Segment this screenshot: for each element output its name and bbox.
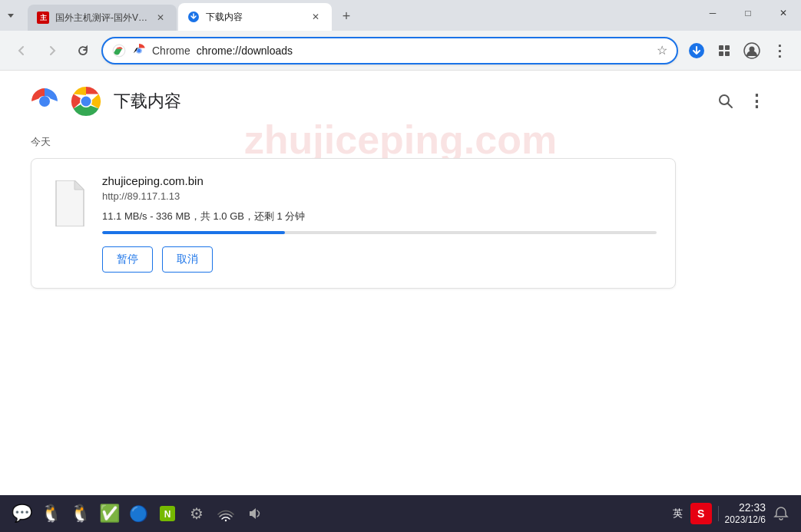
- forward-button[interactable]: [40, 38, 65, 63]
- download-filename: zhujiceping.com.bin: [102, 174, 657, 187]
- chrome-icon: [132, 44, 146, 58]
- download-info: zhujiceping.com.bin http://89.117.1.13 1…: [102, 174, 657, 273]
- taskbar-network-icon[interactable]: [213, 501, 238, 526]
- page-header-icons: ⋮: [712, 88, 770, 115]
- page-title: 下载内容: [114, 90, 181, 113]
- new-tab-button[interactable]: +: [335, 5, 358, 28]
- maximize-button[interactable]: □: [730, 0, 766, 26]
- minimize-button[interactable]: ─: [695, 0, 730, 26]
- page-search-button[interactable]: [712, 88, 740, 115]
- taskbar-wps-icon[interactable]: S: [690, 503, 712, 524]
- address-chrome-label: Chrome: [152, 45, 190, 57]
- download-status: 11.1 MB/s - 336 MB，共 1.0 GB，还剩 1 分钟: [102, 210, 657, 223]
- taskbar: 💬 🐧 🐧 ✅ 🔵 N ⚙ 英 S 22:33 2023/12/6: [0, 495, 801, 532]
- svg-point-19: [81, 97, 91, 107]
- toolbar-icons: ⋮: [684, 38, 792, 63]
- active-tab-label: 下载内容: [206, 11, 303, 24]
- taskbar-qq2-icon[interactable]: 🐧: [68, 501, 92, 526]
- chrome-brand-logo: [71, 86, 101, 117]
- taskbar-qq-icon[interactable]: 🐧: [38, 501, 63, 526]
- tab-active[interactable]: 下载内容 ✕: [178, 3, 332, 31]
- inactive-tab-favicon: 主: [37, 12, 49, 24]
- pause-button[interactable]: 暂停: [102, 246, 153, 273]
- svg-rect-8: [719, 45, 723, 50]
- taskbar-settings-icon[interactable]: ⚙: [184, 501, 209, 526]
- svg-point-23: [225, 520, 227, 521]
- svg-point-6: [137, 48, 141, 52]
- taskbar-divider: [718, 506, 719, 521]
- taskbar-clock[interactable]: 22:33 2023/12/6: [725, 501, 766, 527]
- progress-bar-fill: [102, 231, 285, 234]
- page-header: 下载内容 ⋮: [31, 86, 770, 117]
- page-header-left: 下载内容: [31, 86, 181, 117]
- svg-marker-0: [8, 14, 14, 18]
- titlebar: 主 国外主机测评-国外VPS，国... ✕ 下载内容 ✕ + ─ □ ✕: [0, 0, 801, 31]
- refresh-button[interactable]: [71, 38, 95, 63]
- taskbar-volume-icon[interactable]: [243, 501, 267, 526]
- taskbar-date-display: 2023/12/6: [725, 514, 766, 527]
- taskbar-bluetooth-icon[interactable]: 🔵: [126, 501, 151, 526]
- profile-button[interactable]: [740, 38, 764, 63]
- download-card: zhujiceping.com.bin http://89.117.1.13 1…: [31, 158, 676, 289]
- page-content: zhujiceping.com: [0, 71, 801, 495]
- download-actions: 暂停 取消: [102, 246, 657, 273]
- taskbar-nvidia-icon[interactable]: N: [155, 501, 180, 526]
- cancel-button[interactable]: 取消: [162, 246, 213, 273]
- taskbar-wechat-icon[interactable]: 💬: [9, 501, 34, 526]
- tab-inactive[interactable]: 主 国外主机测评-国外VPS，国... ✕: [28, 5, 177, 31]
- inactive-tab-label: 国外主机测评-国外VPS，国...: [55, 12, 147, 25]
- bookmark-icon[interactable]: ☆: [657, 43, 667, 58]
- download-url: http://89.117.1.13: [102, 190, 657, 202]
- addressbar: Chrome chrome://downloads ☆: [0, 31, 801, 71]
- download-button[interactable]: [684, 38, 709, 63]
- close-button[interactable]: ✕: [766, 0, 801, 26]
- address-url: chrome://downloads: [197, 45, 650, 57]
- inactive-tab-close[interactable]: ✕: [154, 11, 167, 25]
- svg-point-14: [39, 96, 50, 107]
- active-tab-favicon: [187, 11, 200, 23]
- address-bar[interactable]: Chrome chrome://downloads ☆: [101, 37, 678, 64]
- svg-rect-10: [719, 51, 723, 56]
- chrome-menu-button[interactable]: ⋮: [767, 38, 792, 63]
- taskbar-notification-button[interactable]: [770, 503, 792, 524]
- svg-text:N: N: [164, 509, 171, 520]
- active-tab-close[interactable]: ✕: [309, 10, 323, 24]
- svg-rect-9: [725, 45, 730, 50]
- page-menu-button[interactable]: ⋮: [743, 88, 770, 115]
- chrome-logo-large: [31, 88, 58, 115]
- titlebar-dropdown[interactable]: [0, 5, 22, 26]
- extensions-button[interactable]: [712, 38, 736, 63]
- taskbar-check-icon[interactable]: ✅: [97, 501, 121, 526]
- chrome-logo-icon: [112, 44, 126, 58]
- back-button[interactable]: [9, 38, 34, 63]
- svg-rect-11: [725, 51, 730, 56]
- window-controls: ─ □ ✕: [695, 0, 801, 31]
- section-label-today: 今天: [31, 135, 770, 149]
- progress-bar-container: [102, 231, 657, 234]
- taskbar-language-indicator[interactable]: 英: [670, 505, 686, 522]
- taskbar-time-display: 22:33: [739, 501, 766, 514]
- file-icon: [50, 180, 87, 226]
